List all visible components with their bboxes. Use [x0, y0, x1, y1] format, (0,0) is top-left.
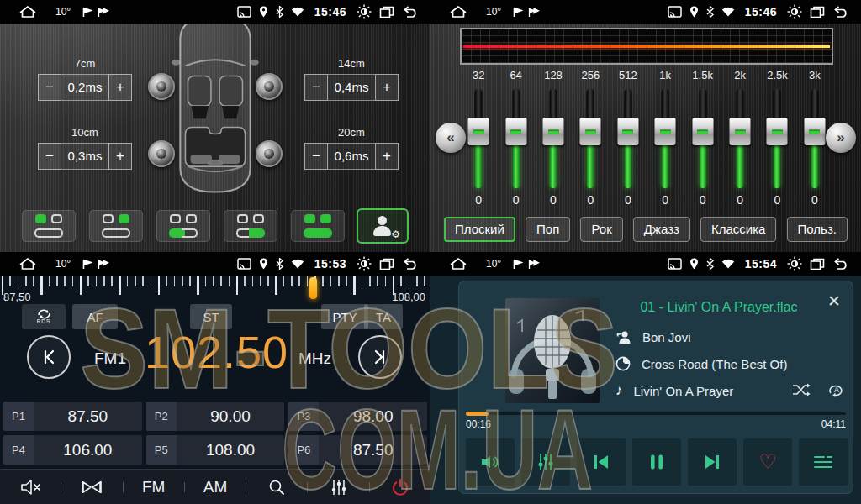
slider-handle[interactable] — [580, 118, 601, 145]
slider-handle[interactable] — [468, 118, 489, 145]
eq-slider[interactable]: 0 — [684, 87, 721, 212]
tuning-pointer[interactable] — [309, 277, 317, 299]
eq-slider[interactable]: 0 — [535, 87, 572, 212]
af-button[interactable]: AF — [72, 304, 118, 329]
speaker-front-right-icon[interactable] — [256, 73, 283, 100]
search-icon — [268, 479, 285, 496]
eq-slider[interactable]: 0 — [572, 87, 609, 212]
volume-button[interactable] — [465, 438, 515, 486]
eq-slider[interactable]: 0 — [721, 87, 758, 212]
playlist-button[interactable] — [798, 438, 848, 486]
brightness-icon[interactable] — [787, 256, 802, 271]
back-icon[interactable] — [832, 6, 849, 18]
shuffle-icon[interactable] — [792, 382, 811, 401]
rds-button[interactable]: RDS — [22, 304, 66, 329]
previous-button[interactable] — [576, 438, 626, 486]
preset-p5[interactable]: P5108.00 — [146, 435, 285, 465]
brightness-icon[interactable] — [357, 4, 372, 19]
recents-icon[interactable] — [379, 6, 394, 18]
minus-button[interactable]: − — [304, 143, 328, 170]
eq-slider[interactable]: 0 — [497, 87, 534, 212]
power-button[interactable] — [370, 479, 430, 496]
close-icon[interactable]: ✕ — [827, 293, 841, 309]
back-icon[interactable] — [402, 258, 419, 270]
position-button-front-right[interactable] — [89, 210, 143, 242]
tuning-scale[interactable] — [0, 276, 430, 297]
speaker-front-left-icon[interactable] — [148, 73, 175, 100]
favorite-button[interactable]: ♡ — [742, 438, 793, 486]
home-icon[interactable] — [18, 5, 37, 18]
brightness-icon[interactable] — [787, 4, 802, 19]
slider-handle[interactable] — [543, 118, 564, 145]
seek-up-button[interactable] — [358, 335, 402, 379]
slider-handle[interactable] — [692, 118, 713, 145]
preset-p1[interactable]: P187.50 — [3, 402, 142, 431]
slider-handle[interactable] — [767, 118, 788, 145]
preset-jazz[interactable]: Джазз — [633, 217, 690, 242]
position-button-custom[interactable]: ⚙ — [357, 208, 409, 244]
eq-tone-button[interactable] — [520, 438, 571, 486]
plus-button[interactable]: + — [375, 74, 399, 101]
speaker-rear-right-icon[interactable] — [256, 140, 283, 167]
next-page-arrow[interactable]: » — [826, 123, 856, 153]
am-button[interactable]: AM — [185, 478, 246, 496]
mute-button[interactable] — [0, 479, 61, 496]
preset-pop[interactable]: Поп — [526, 217, 570, 242]
plus-button[interactable]: + — [375, 143, 399, 170]
slider-handle[interactable] — [505, 118, 526, 145]
pty-button[interactable]: PTY — [321, 304, 368, 329]
minus-button[interactable]: − — [304, 74, 328, 101]
preset-flat[interactable]: Плоский — [444, 217, 515, 242]
preset-p6[interactable]: P687.50 — [288, 435, 427, 465]
back-icon[interactable] — [402, 6, 419, 18]
slider-handle[interactable] — [655, 118, 676, 145]
preset-classic[interactable]: Классика — [700, 217, 776, 242]
preset-rock[interactable]: Рок — [580, 217, 622, 242]
eq-slider[interactable]: 0 — [610, 87, 647, 212]
minus-button[interactable]: − — [38, 74, 61, 101]
back-icon[interactable] — [832, 258, 849, 270]
recents-icon[interactable] — [379, 258, 394, 270]
position-button-rear-left[interactable] — [156, 210, 210, 242]
home-icon[interactable] — [18, 257, 37, 270]
position-button-all-seats[interactable] — [291, 210, 345, 242]
position-button-rear-right[interactable] — [224, 210, 277, 242]
head-unit-collage: 10° 15:46 7cm − 0,2ms + 10cm − — [0, 0, 861, 504]
home-icon[interactable] — [449, 257, 467, 270]
seek-down-button[interactable] — [27, 335, 71, 379]
prev-page-arrow[interactable]: « — [436, 123, 466, 153]
seats-icon — [301, 214, 335, 238]
eq-slider[interactable]: 0 — [647, 87, 684, 212]
home-icon[interactable] — [449, 5, 467, 18]
eq-slider[interactable]: 0 — [460, 87, 497, 212]
progress-bar[interactable] — [466, 412, 846, 415]
slider-handle[interactable] — [804, 118, 825, 145]
ta-button[interactable]: TA — [364, 304, 403, 329]
eq-settings-button[interactable] — [308, 479, 368, 496]
plus-button[interactable]: + — [108, 74, 132, 101]
position-button-front-left[interactable] — [22, 210, 76, 242]
eq-slider[interactable]: 0 — [758, 87, 795, 212]
preset-user[interactable]: Польз. — [787, 217, 848, 242]
delay-value-front-left: 0,2ms — [61, 74, 108, 101]
pause-button[interactable] — [631, 438, 682, 486]
brightness-icon[interactable] — [357, 256, 372, 271]
recents-icon[interactable] — [810, 6, 825, 18]
speaker-rear-left-icon[interactable] — [148, 140, 175, 167]
slider-handle[interactable] — [617, 118, 638, 145]
minus-button[interactable]: − — [38, 143, 61, 170]
dx-local-button[interactable] — [61, 480, 122, 495]
preset-p4[interactable]: P4106.00 — [3, 435, 142, 465]
next-button[interactable] — [687, 438, 737, 486]
eq-slider[interactable]: 0 — [796, 87, 833, 212]
band-label[interactable]: FM1 — [94, 349, 126, 368]
search-button[interactable] — [246, 479, 307, 496]
preset-p3[interactable]: P398.00 — [288, 402, 427, 431]
recents-icon[interactable] — [810, 258, 825, 270]
spectrum-display — [460, 28, 833, 65]
preset-p2[interactable]: P290.00 — [146, 402, 285, 431]
slider-handle[interactable] — [730, 118, 751, 145]
repeat-all-icon[interactable]: A — [827, 382, 846, 401]
fm-button[interactable]: FM — [124, 478, 184, 496]
plus-button[interactable]: + — [108, 143, 132, 170]
